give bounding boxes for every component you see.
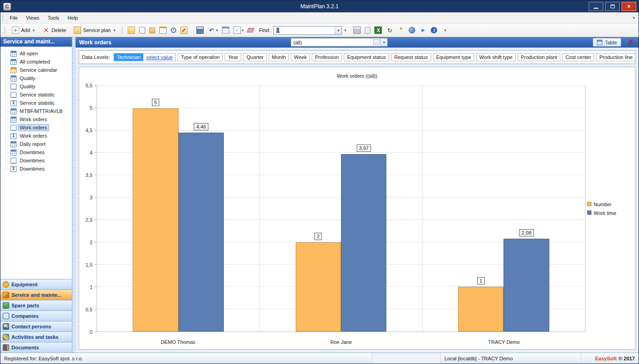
nav-activities-and-tasks[interactable]: Activities and tasks (0, 332, 72, 342)
data-level-equipment-type[interactable]: Equipment type (433, 53, 474, 61)
sidebar-item-work-orders-8[interactable]: Work orders (0, 115, 72, 123)
bar-work-time-roe-jane[interactable] (341, 154, 386, 332)
sidebar-item-service-statistic-5[interactable]: Service statistic (0, 91, 72, 99)
menubar-overflow-arrow[interactable]: ▾ (629, 16, 639, 20)
data-level-cost-center[interactable]: Cost center (562, 53, 594, 61)
nav-contact-persons[interactable]: Contact persons (0, 321, 72, 332)
nav-equipment[interactable]: Equipment (0, 279, 72, 289)
edit-button[interactable] (179, 26, 189, 35)
tag-button[interactable] (148, 27, 157, 34)
sidebar-splitter[interactable] (72, 37, 76, 353)
data-level-production-line[interactable]: Production line (596, 53, 635, 61)
bar-work-time-demo-thomas[interactable] (179, 133, 224, 332)
sidebar-item-quality-3[interactable]: Quality (0, 74, 72, 82)
filter-checklist-button[interactable]: ✓▾ (232, 26, 245, 35)
undo-button[interactable]: ↶▾ (206, 26, 219, 35)
select-value-link[interactable]: select value (143, 54, 175, 61)
data-level-request-status[interactable]: Request status (391, 53, 431, 61)
menu-help[interactable]: Help (64, 13, 82, 22)
sidebar-item-label: Work orders (18, 124, 49, 131)
legend-swatch (587, 202, 591, 206)
menu-tools[interactable]: Tools (43, 13, 64, 22)
sidebar-item-service-statistic-6[interactable]: ΣService statistic (0, 99, 72, 107)
sidebar-item-daily-report-11[interactable]: Daily report (0, 140, 72, 148)
find-dropdown-arrow[interactable]: ▾ (335, 27, 341, 34)
menu-views[interactable]: Views (22, 13, 43, 22)
toolbar-grip-2[interactable] (121, 27, 124, 34)
nav-documents[interactable]: Documents (0, 342, 72, 353)
nav-spare-parts[interactable]: Spare parts (0, 300, 72, 310)
sidebar-item-downtimes-12[interactable]: Downtimes (0, 148, 72, 156)
service-plan-button[interactable]: Service plan ▾ (70, 25, 119, 35)
bar-number-demo-thomas[interactable] (133, 108, 178, 332)
bar-work-time-tracy-demo[interactable] (504, 239, 549, 332)
field-chooser-button[interactable] (221, 26, 231, 35)
data-level-year[interactable]: Year (225, 53, 241, 61)
sigma-icon: Σ (11, 133, 16, 139)
eraser-button[interactable] (246, 27, 255, 33)
go-button[interactable]: ► (418, 26, 428, 35)
sidebar-item-work-orders-10[interactable]: ΣWork orders (0, 132, 72, 140)
data-level-equipment-status[interactable]: Equipment status (344, 53, 389, 61)
calendar-button[interactable] (158, 26, 168, 35)
menubar: File Views Tools Help ▾ (0, 12, 639, 24)
add-dropdown-arrow[interactable]: ▾ (33, 28, 35, 32)
undo-dropdown-arrow[interactable]: ▾ (216, 28, 218, 32)
maximize-button[interactable] (605, 2, 620, 11)
filter-combo[interactable]: (all) … ▾ (291, 38, 388, 47)
data-level-technician[interactable]: Technician (114, 54, 143, 61)
data-level-week[interactable]: Week (291, 53, 310, 61)
export-excel-button[interactable]: X (373, 26, 383, 35)
sidebar-item-service-calendar-2[interactable]: Service calendar (0, 66, 72, 74)
chart-icon (11, 92, 16, 98)
filter-dropdown-arrow[interactable]: ▾ (380, 38, 387, 46)
sidebar-item-all-open-0[interactable]: All open (0, 49, 72, 58)
menubar-grip[interactable] (2, 14, 4, 21)
menu-file[interactable]: File (5, 13, 22, 22)
toolbar-grip-1[interactable] (4, 27, 6, 34)
service-plan-dropdown-arrow[interactable]: ▾ (114, 28, 115, 32)
save-button[interactable] (195, 26, 205, 35)
find-input[interactable]: ▾ (273, 26, 342, 35)
filter-ellipsis-button[interactable]: … (373, 39, 380, 45)
nav-service-and-mainte[interactable]: Service and mainte... (0, 289, 72, 300)
y-tick-label: 4 (90, 150, 92, 155)
table-button[interactable]: Table (593, 38, 621, 47)
info-button[interactable]: i (429, 26, 439, 34)
data-level-work-shift-type[interactable]: Work shift type (476, 53, 516, 61)
settings-button[interactable]: * (396, 26, 406, 35)
web-button[interactable] (407, 26, 417, 34)
sidebar-item-downtimes-14[interactable]: ΣDowntimes (0, 165, 72, 173)
add-button[interactable]: + Add ▾ (9, 25, 38, 35)
print-button[interactable] (352, 26, 362, 35)
sidebar-item-downtimes-13[interactable]: Downtimes (0, 156, 72, 165)
bar-number-roe-jane[interactable] (296, 242, 341, 332)
sidebar-item-mtbf-mttr-avlb-7[interactable]: MTBF/MTTR/AVLB (0, 107, 72, 115)
brand-copyright: © 2017 (618, 356, 635, 361)
data-level-quarter[interactable]: Quarter (243, 53, 266, 61)
copy-button[interactable] (138, 26, 146, 34)
chart-icon (11, 125, 16, 131)
sidebar-item-quality-4[interactable]: Quality (0, 82, 72, 91)
data-level-profession[interactable]: Profession (312, 53, 342, 61)
filter-checklist-dropdown-arrow[interactable]: ▾ (242, 28, 244, 32)
preview-button[interactable] (363, 26, 372, 35)
find-options-arrow[interactable]: ▾ (344, 28, 346, 32)
grid-icon (11, 59, 16, 65)
data-level-month[interactable]: Month (269, 53, 289, 61)
toolbar-separator-2 (349, 26, 349, 35)
open-button[interactable] (126, 26, 136, 35)
close-view-icon[interactable]: ✗ (628, 38, 634, 46)
data-level-production-plant[interactable]: Production plant (518, 53, 561, 61)
data-level-type-of-operation[interactable]: Type of operation (178, 53, 223, 61)
minimize-button[interactable] (589, 2, 603, 11)
nav-companies[interactable]: Companies (0, 310, 72, 321)
delete-button[interactable]: ✕ Delete (39, 25, 70, 35)
more-button[interactable]: ▾ (440, 26, 450, 35)
sidebar-item-all-completed-1[interactable]: All completed (0, 58, 72, 66)
sidebar-item-work-orders-9[interactable]: Work orders (0, 123, 72, 132)
close-button[interactable]: × (622, 2, 636, 11)
zoom-in-button[interactable]: + (169, 27, 178, 34)
export-xml-button[interactable]: ↻ (384, 26, 395, 35)
bar-number-tracy-demo[interactable] (458, 287, 504, 332)
